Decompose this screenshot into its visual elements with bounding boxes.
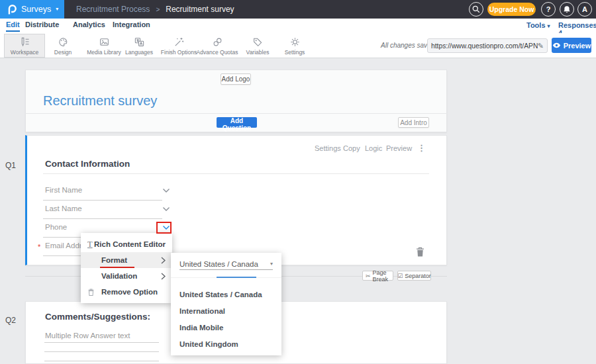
- answer-row-line: [44, 361, 159, 361]
- advance-quotas-icon: [212, 36, 223, 48]
- upgrade-now-button[interactable]: Upgrade Now: [487, 3, 536, 16]
- format-select-value[interactable]: United States / Canada: [179, 260, 258, 268]
- share-url-box: ✎: [427, 38, 548, 53]
- breadcrumb-parent[interactable]: Recruitment Process: [76, 5, 150, 14]
- breadcrumb: Recruitment Process > Recruitment survey: [76, 5, 234, 14]
- questionpro-logo-icon: [7, 3, 17, 15]
- separator-button[interactable]: ☑ Separator: [397, 271, 431, 281]
- field-line: [43, 200, 162, 201]
- breadcrumb-separator: >: [156, 6, 160, 13]
- preview-button[interactable]: Preview: [552, 38, 591, 53]
- help-icon: ?: [546, 5, 551, 13]
- answer-row-line: [44, 342, 159, 343]
- q1-more-options-kebab-icon[interactable]: ⋮: [417, 143, 426, 153]
- nav-tab-integration[interactable]: Integration: [113, 21, 150, 30]
- annotation-underline-format: [100, 267, 134, 269]
- select-focus-indicator: [217, 277, 256, 278]
- trash-icon: [87, 288, 101, 296]
- menu-item-remove-option[interactable]: Remove Option: [81, 284, 172, 300]
- edit-url-pencil-icon[interactable]: ✎: [538, 42, 544, 50]
- chevron-down-icon: ▾: [56, 7, 58, 12]
- q1-delete-button[interactable]: [415, 246, 425, 257]
- q1-settings-link[interactable]: Settings: [315, 144, 341, 152]
- product-menu-label: Surveys: [21, 5, 51, 14]
- question-number-q2: Q2: [5, 316, 16, 325]
- menu-item-rich-content-editor[interactable]: T Rich Content Editor: [81, 236, 172, 252]
- search-button[interactable]: [469, 2, 483, 17]
- languages-icon: [134, 36, 145, 48]
- share-url-input[interactable]: [431, 42, 538, 50]
- field-context-menu: T Rich Content Editor Format Validation …: [81, 233, 172, 303]
- add-logo-button[interactable]: Add Logo: [221, 73, 251, 85]
- field-label-phone[interactable]: Phone: [45, 223, 67, 231]
- text-format-icon: T: [87, 240, 94, 249]
- submenu-arrow-icon: [161, 273, 166, 280]
- answer-row-line: [44, 351, 159, 352]
- field-label-first-name[interactable]: First Name: [45, 186, 82, 194]
- menu-item-validation[interactable]: Validation: [81, 268, 172, 284]
- format-option-united-kingdom[interactable]: United Kingdom: [171, 336, 281, 352]
- account-avatar[interactable]: A: [577, 2, 592, 17]
- field-options-chevron-icon[interactable]: [162, 188, 170, 193]
- chevron-down-icon: ▾: [548, 23, 550, 29]
- required-asterisk: *: [38, 243, 40, 251]
- variables-icon: [252, 36, 264, 48]
- toolbar-tab-languages[interactable]: Languages: [119, 34, 160, 58]
- nav-tab-analytics[interactable]: Analytics: [73, 21, 105, 30]
- nav-tab-edit[interactable]: Edit: [6, 21, 20, 32]
- page-break-button[interactable]: ✂ Page Break: [362, 271, 393, 281]
- module-nav: Edit Distribute Analytics Integration To…: [0, 19, 596, 33]
- format-option-international[interactable]: International: [171, 302, 281, 319]
- trash-icon: [415, 246, 425, 257]
- select-caret-icon[interactable]: ▾: [270, 261, 273, 267]
- product-switcher[interactable]: Surveys ▾: [0, 0, 64, 19]
- field-line: [43, 218, 162, 219]
- nav-tab-distribute[interactable]: Distribute: [25, 21, 59, 30]
- q1-preview-link[interactable]: Preview: [386, 144, 412, 152]
- questionpro-survey-editor: Surveys ▾ Recruitment Process > Recruitm…: [0, 0, 596, 364]
- submenu-arrow-icon: [161, 257, 166, 264]
- help-button[interactable]: ?: [541, 2, 556, 17]
- annotation-box-phone-chevron: [156, 222, 172, 234]
- finish-options-icon: [174, 36, 185, 48]
- add-intro-button[interactable]: Add Intro: [398, 117, 429, 128]
- header-divider: [25, 113, 447, 114]
- format-options-list: United States / Canada International Ind…: [171, 286, 281, 352]
- q1-copy-link[interactable]: Copy: [343, 144, 360, 152]
- q1-heading[interactable]: Contact Information: [45, 159, 130, 169]
- breadcrumb-current: Recruitment survey: [166, 5, 234, 14]
- avatar-initial: A: [582, 5, 587, 13]
- format-option-us-canada[interactable]: United States / Canada: [171, 286, 281, 302]
- scissors-icon: ✂: [366, 273, 371, 279]
- toolbar-tab-advance-quotas[interactable]: Advance Quotas: [197, 34, 238, 58]
- field-options-chevron-icon[interactable]: [162, 206, 170, 212]
- eye-icon: [552, 42, 561, 48]
- workspace-icon: [19, 36, 30, 48]
- toolbar-tab-variables[interactable]: Variables: [237, 34, 278, 58]
- add-question-button[interactable]: Add Question: [217, 117, 257, 128]
- toolbar-tab-settings[interactable]: Settings: [274, 34, 315, 58]
- menu-item-format[interactable]: Format: [81, 252, 172, 268]
- format-submenu-panel: United States / Canada ▾ United States /…: [171, 253, 281, 355]
- tools-menu[interactable]: Tools ▾: [526, 21, 550, 29]
- notifications-button[interactable]: [560, 2, 574, 17]
- toolbar-tab-design[interactable]: Design: [42, 34, 83, 58]
- q1-logic-link[interactable]: Logic: [365, 144, 382, 152]
- toolbar-tab-workspace[interactable]: Workspace: [4, 34, 45, 58]
- bell-icon: [563, 5, 571, 14]
- settings-icon: [289, 36, 301, 48]
- question-number-q1: Q1: [5, 161, 16, 170]
- search-icon: [472, 5, 480, 13]
- toolbar-tab-finish-options[interactable]: Finish Options: [158, 34, 199, 58]
- q1-heading-divider: [43, 173, 429, 174]
- select-underline: [179, 269, 273, 270]
- checkbox-icon: ☑: [397, 273, 403, 279]
- field-label-last-name[interactable]: Last Name: [45, 205, 82, 212]
- survey-title[interactable]: Recruitment survey: [43, 93, 157, 109]
- q2-heading[interactable]: Comments/Suggestions:: [45, 312, 150, 322]
- editor-toolbar: Workspace Design Media Library Languages…: [0, 33, 596, 58]
- media-library-icon: [99, 36, 110, 48]
- q2-answer-placeholder[interactable]: Multiple Row Answer text: [45, 332, 130, 340]
- format-option-india-mobile[interactable]: India Mobile: [171, 319, 281, 336]
- design-icon: [58, 36, 69, 48]
